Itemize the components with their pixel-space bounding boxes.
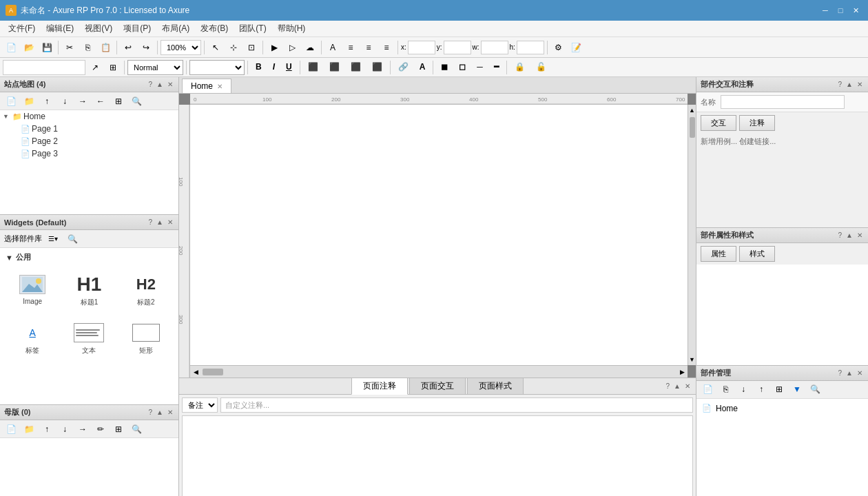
component-help-icon[interactable]: ? [837, 369, 844, 378]
menu-edit[interactable]: 编辑(E) [41, 21, 79, 36]
masters-down-button[interactable]: ↓ [56, 422, 73, 437]
redo-button[interactable]: ↪ [138, 40, 154, 55]
font-color-button[interactable]: A [324, 40, 341, 55]
sitemap-up-button[interactable]: ↑ [39, 94, 55, 109]
align-right-button[interactable]: ≡ [378, 40, 395, 55]
menu-publish[interactable]: 发布(B) [195, 21, 234, 36]
masters-add-folder-button[interactable]: 📁 [21, 422, 37, 437]
sitemap-outdent-button[interactable]: ← [92, 94, 109, 109]
canvas-page[interactable] [190, 105, 688, 365]
preview-options-button[interactable]: ▷ [284, 40, 300, 55]
menu-view[interactable]: 视图(V) [79, 21, 118, 36]
scroll-right-btn[interactable]: ▶ [676, 366, 688, 378]
sitemap-item-page1[interactable]: 📄 Page 1 [0, 123, 178, 135]
sitemap-close-icon[interactable]: ✕ [166, 80, 174, 89]
widgets-collapse-icon[interactable]: ▲ [155, 218, 165, 227]
masters-add-button[interactable]: 📄 [3, 422, 19, 437]
paste-button[interactable]: 📋 [97, 40, 114, 55]
properties-close-icon[interactable]: ✕ [856, 231, 864, 240]
widget-h2[interactable]: H2 标题2 [119, 267, 173, 312]
component-search-btn[interactable]: 🔍 [807, 382, 823, 397]
component-tb-btn1[interactable]: 📄 [699, 382, 716, 397]
menu-file[interactable]: 文件(F) [3, 21, 41, 36]
bottom-close-icon[interactable]: ✕ [683, 382, 692, 391]
sitemap-collapse-icon[interactable]: ▲ [155, 80, 165, 89]
component-collapse-icon[interactable]: ▲ [845, 369, 854, 378]
masters-search-button[interactable]: 🔍 [128, 422, 145, 437]
notes-custom-input[interactable]: 自定义注释... [220, 397, 693, 413]
horizontal-scrollbar[interactable]: ◀ ▶ [190, 365, 688, 378]
widget-h1[interactable]: H1 标题1 [62, 267, 116, 312]
align-right-text[interactable]: ⬛ [346, 60, 366, 75]
border-color-button[interactable]: ◻ [454, 60, 471, 75]
style-btn[interactable]: 样式 [739, 246, 775, 262]
save-button[interactable]: 💾 [39, 40, 55, 55]
sitemap-down-button[interactable]: ↓ [56, 94, 73, 109]
library-menu-button[interactable]: ☰▾ [45, 231, 61, 247]
text-style-select[interactable]: Normal Heading 1 Heading 2 [127, 60, 183, 75]
style-manage-button[interactable]: ⊞ [105, 60, 121, 75]
italic-button[interactable]: I [268, 60, 280, 75]
scroll-down-btn[interactable]: ▼ [689, 354, 696, 365]
font-select[interactable] [189, 60, 245, 75]
sitemap-search-button[interactable]: 🔍 [128, 94, 145, 109]
menu-help[interactable]: 帮助(H) [272, 21, 311, 36]
minimize-button[interactable]: ─ [818, 3, 832, 17]
component-tb-btn3[interactable]: ↓ [735, 382, 752, 397]
component-tb-btn2[interactable]: ⎘ [717, 382, 734, 397]
align-center-button[interactable]: ≡ [360, 40, 377, 55]
widgets-close-icon[interactable]: ✕ [166, 218, 174, 227]
preview-button[interactable]: ▶ [266, 40, 282, 55]
properties-help-icon[interactable]: ? [837, 231, 844, 240]
bottom-collapse-icon[interactable]: ▲ [672, 382, 682, 391]
sitemap-duplicate-button[interactable]: ⊞ [110, 94, 127, 109]
h-input[interactable] [517, 41, 544, 54]
masters-duplicate-button[interactable]: ⊞ [110, 422, 127, 437]
tab-page-interaction[interactable]: 页面交互 [409, 378, 466, 395]
bottom-help-icon[interactable]: ? [665, 382, 672, 391]
select-intersect-tool[interactable]: ⊹ [225, 40, 242, 55]
font-color-tb2[interactable]: A [415, 60, 431, 75]
tab-page-notes[interactable]: 页面注释 [351, 378, 408, 395]
menu-layout[interactable]: 布局(A) [156, 21, 195, 36]
sitemap-help-icon[interactable]: ? [147, 80, 154, 89]
masters-edit-button[interactable]: ✏ [92, 422, 109, 437]
scroll-h-thumb[interactable] [203, 369, 223, 375]
close-button[interactable]: ✕ [849, 3, 862, 17]
component-close-icon[interactable]: ✕ [856, 369, 864, 378]
sitemap-add-folder-button[interactable]: 📁 [21, 94, 37, 109]
widget-link[interactable]: A 标签 [6, 315, 59, 360]
link-button[interactable]: 🔗 [393, 60, 413, 75]
canvas-work-area[interactable] [190, 105, 688, 365]
masters-help-icon[interactable]: ? [147, 408, 154, 417]
widget-image[interactable]: Image [6, 267, 59, 312]
sitemap-add-button[interactable]: 📄 [3, 94, 19, 109]
sitemap-indent-button[interactable]: → [74, 94, 91, 109]
style-picker-button[interactable]: ↗ [87, 60, 103, 75]
masters-collapse-icon[interactable]: ▲ [155, 408, 165, 417]
menu-team[interactable]: 团队(T) [234, 21, 271, 36]
canvas-container[interactable]: 0 100 200 300 400 500 600 700 100 200 30… [179, 94, 696, 378]
align-justify-text[interactable]: ⬛ [367, 60, 387, 75]
component-name-input[interactable] [721, 95, 845, 109]
cut-button[interactable]: ✂ [61, 40, 78, 55]
masters-close-icon[interactable]: ✕ [166, 408, 174, 417]
scroll-v-thumb[interactable] [690, 117, 695, 138]
masters-up-button[interactable]: ↑ [39, 422, 55, 437]
vertical-scrollbar[interactable]: ▲ ▼ [688, 105, 696, 365]
notes-btn[interactable]: 注释 [739, 115, 775, 131]
select-tool[interactable]: ↖ [207, 40, 224, 55]
open-button[interactable]: 📂 [21, 40, 37, 55]
sitemap-item-page2[interactable]: 📄 Page 2 [0, 135, 178, 147]
align-center-text[interactable]: ⬛ [324, 60, 344, 75]
underline-button[interactable]: U [281, 60, 297, 75]
align-left-text[interactable]: ⬛ [303, 60, 323, 75]
widgets-search-button[interactable]: 🔍 [64, 231, 81, 247]
generate-button[interactable]: ⚙ [550, 40, 567, 55]
border-width-button[interactable]: ━ [489, 60, 504, 75]
crop-tool[interactable]: ⊡ [243, 40, 260, 55]
interaction-btn[interactable]: 交互 [701, 115, 736, 131]
component-tb-btn5[interactable]: ⊞ [771, 382, 787, 397]
notes-type-select[interactable]: 备注 [182, 397, 218, 413]
component-tb-btn4[interactable]: ↑ [753, 382, 769, 397]
